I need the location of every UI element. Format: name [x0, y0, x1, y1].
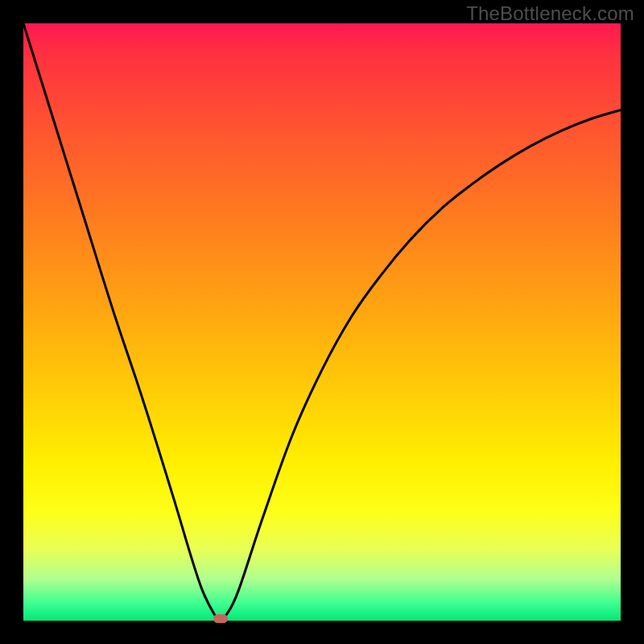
- chart-frame: TheBottleneck.com: [0, 0, 644, 644]
- curve-svg: [23, 23, 621, 621]
- plot-area: [23, 23, 621, 621]
- bottleneck-curve-path: [23, 23, 621, 621]
- min-marker: [213, 614, 228, 623]
- watermark-text: TheBottleneck.com: [466, 2, 634, 25]
